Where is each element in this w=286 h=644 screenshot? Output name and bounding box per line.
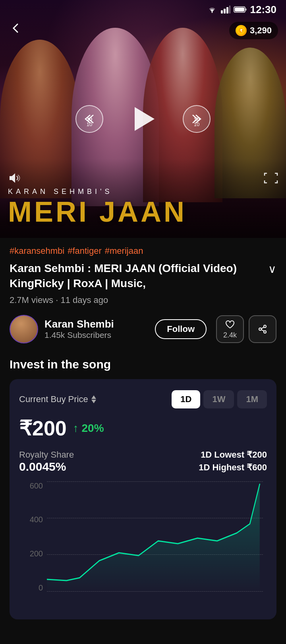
- play-button[interactable]: [127, 103, 159, 135]
- coin-icon: ₹: [236, 25, 247, 36]
- avatar[interactable]: [10, 315, 38, 343]
- song-name: MERI JAAN: [8, 197, 278, 226]
- lowest-label: 1D Lowest: [201, 450, 244, 460]
- tab-1w[interactable]: 1W: [203, 390, 234, 408]
- chart-svg: [47, 481, 263, 592]
- time-tabs: 1D 1W 1M: [172, 390, 267, 408]
- svg-rect-1: [221, 10, 223, 13]
- action-buttons: 2.4k: [216, 315, 276, 343]
- hashtag-2[interactable]: #fantiger: [68, 246, 102, 256]
- highest-label: 1D Highest: [199, 462, 244, 472]
- svg-rect-6: [245, 8, 247, 11]
- like-button[interactable]: 2.4k: [216, 315, 244, 343]
- upload-time: 11 days ago: [60, 295, 108, 305]
- expand-icon[interactable]: ∨: [268, 263, 276, 276]
- invest-title: Invest in the song: [10, 358, 276, 371]
- chart-label-400: 400: [19, 515, 43, 524]
- song-title-overlay: KARAN SEHMBI'S MERI JAAN: [8, 188, 278, 226]
- volume-icon[interactable]: [8, 172, 22, 186]
- lowest-value: ₹200: [247, 450, 267, 460]
- chart-y-labels: 600 400 200 0: [19, 481, 43, 592]
- royalty-info: Royalty Share 0.0045%: [19, 450, 74, 473]
- chart-container: 600 400 200 0: [19, 481, 267, 608]
- play-triangle: [135, 107, 155, 131]
- battery-icon: [234, 6, 247, 13]
- video-meta: 2.7M views · 11 days ago: [10, 295, 276, 305]
- price-change: ↑ 20%: [73, 422, 104, 435]
- lowest-price: 1D Lowest ₹200: [199, 450, 267, 460]
- video-bottom-controls: [8, 172, 278, 186]
- invest-card: Current Buy Price 1D 1W 1M ₹200 ↑ 20% Ro…: [10, 379, 276, 619]
- player-controls: 10 10: [75, 103, 211, 135]
- channel-row: Karan Shembi 1.45k Subscribers Follow 2.…: [10, 315, 276, 343]
- video-title: Karan Sehmbi : MERI JAAN (Official Video…: [10, 261, 268, 291]
- highest-value: ₹600: [247, 462, 267, 472]
- current-price-label: Current Buy Price: [19, 394, 96, 404]
- status-bar: 12:30: [0, 0, 286, 19]
- chart-label-200: 200: [19, 549, 43, 558]
- sort-down-arrow: [91, 400, 96, 403]
- view-count: 2.7M views: [10, 295, 53, 305]
- channel-info: Karan Shembi 1.45k Subscribers: [44, 318, 149, 340]
- status-time: 12:30: [250, 4, 277, 16]
- signal-icon: [221, 6, 230, 13]
- back-button[interactable]: [10, 22, 22, 38]
- price-value: ₹200: [19, 416, 67, 440]
- svg-marker-11: [10, 173, 15, 183]
- coin-amount: 3,290: [250, 25, 272, 36]
- fullscreen-icon[interactable]: [264, 172, 278, 186]
- royalty-value: 0.0045%: [19, 460, 74, 473]
- svg-rect-4: [229, 6, 230, 13]
- hashtags-row: #karansehmbi #fantiger #merijaan: [10, 246, 276, 256]
- price-row: ₹200 ↑ 20%: [19, 416, 267, 440]
- chart-area-fill: [47, 484, 260, 592]
- hashtag-3[interactable]: #merijaan: [105, 246, 143, 256]
- forward-button[interactable]: 10: [183, 105, 211, 133]
- royalty-row: Royalty Share 0.0045% 1D Lowest ₹200 1D …: [19, 450, 267, 475]
- chart-label-0: 0: [19, 583, 43, 592]
- content-area: #karansehmbi #fantiger #merijaan Karan S…: [0, 238, 286, 619]
- subscriber-count: 1.45k Subscribers: [44, 330, 111, 339]
- svg-text:₹: ₹: [240, 29, 243, 33]
- sort-icon[interactable]: [91, 395, 96, 403]
- svg-rect-3: [226, 7, 228, 13]
- rewind-button[interactable]: 10: [75, 105, 103, 133]
- wifi-icon: [207, 6, 218, 13]
- hashtag-1[interactable]: #karansehmbi: [10, 246, 64, 256]
- meta-separator: ·: [56, 295, 60, 305]
- chart-area: [47, 481, 263, 592]
- sort-up-arrow: [91, 395, 96, 399]
- status-icons: 12:30: [207, 4, 277, 16]
- channel-name: Karan Shembi: [44, 318, 149, 330]
- video-title-row: Karan Sehmbi : MERI JAAN (Official Video…: [10, 261, 276, 291]
- artist-name: KARAN SEHMBI'S: [8, 188, 278, 196]
- coin-balance: ₹ 3,290: [229, 22, 278, 39]
- svg-point-0: [211, 12, 213, 13]
- follow-button[interactable]: Follow: [155, 319, 207, 339]
- invest-card-header: Current Buy Price 1D 1W 1M: [19, 390, 267, 408]
- tab-1m[interactable]: 1M: [237, 390, 267, 408]
- tab-1d[interactable]: 1D: [172, 390, 200, 408]
- current-price-text: Current Buy Price: [19, 394, 88, 404]
- svg-rect-7: [235, 8, 244, 12]
- video-player[interactable]: ₹ 3,290 10 10: [0, 0, 286, 238]
- chart-label-600: 600: [19, 481, 43, 491]
- share-button[interactable]: [249, 315, 276, 343]
- avatar-image: [10, 316, 37, 343]
- price-range: 1D Lowest ₹200 1D Highest ₹600: [199, 450, 267, 475]
- royalty-label: Royalty Share: [19, 450, 74, 460]
- highest-price: 1D Highest ₹600: [199, 462, 267, 473]
- svg-rect-2: [224, 9, 226, 13]
- like-count: 2.4k: [223, 331, 237, 339]
